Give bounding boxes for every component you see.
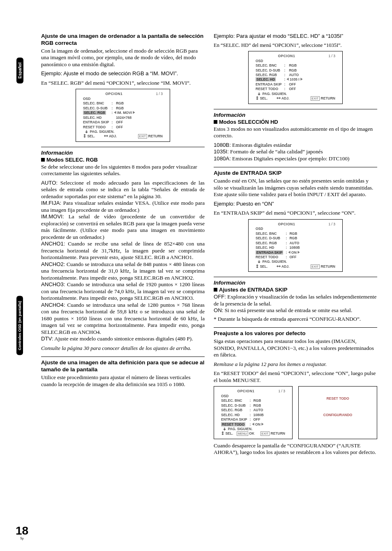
- paragraph: Remítase a la página 12 para los ítemes …: [214, 361, 377, 368]
- example-line: Ejemplo: Puesto en “ON”: [214, 201, 377, 208]
- osd-box: OPCION1 1 / 3 OSD SELEC. BNC:RGB SELEC. …: [214, 386, 293, 439]
- osd-pair: OPCION1 1 / 3 OSD SELEC. BNC:RGB SELEC. …: [214, 386, 377, 439]
- example-line: Ejemplo: Para ajustar el modo “SELEC. HD…: [214, 33, 377, 40]
- osd-box: OPCION1 1 / 3 OSD SELEC. BNC:RGB SELEC. …: [214, 51, 377, 104]
- divider: [214, 327, 377, 328]
- note: * Durante la búsqueda de entrada aparece…: [214, 316, 377, 323]
- paragraph: Utilice este procedimiento para ajustar …: [41, 374, 205, 388]
- example-line: Ejemplo: Ajuste el modo de selección RGB…: [41, 70, 205, 77]
- paragraph: En “ENTRADA SKIP” del menú “OPCION1”, se…: [214, 210, 377, 217]
- square-icon: [214, 288, 217, 292]
- content-columns: Ajuste de una imagen de ordenador a la p…: [41, 33, 380, 456]
- info-title: Información: [214, 280, 377, 286]
- square-icon: [41, 158, 45, 162]
- paragraph: En “SELEC. RGB” del menú “OPCION1”, sele…: [41, 80, 205, 87]
- divider: [214, 167, 377, 167]
- paragraph: Siga estas operaciones para restaurar to…: [214, 338, 377, 359]
- info-title: Información: [41, 150, 205, 156]
- page-number-big: 18: [16, 524, 28, 537]
- osd-box: OPCION1 1 / 3 OSD SELEC. BNC:RGB SELEC. …: [41, 89, 205, 142]
- heading: Ajuste de una imagen de alta definición …: [41, 359, 205, 373]
- divider: [41, 147, 205, 147]
- side-tab-section: Controles OSD (en pantalla): [16, 296, 23, 355]
- paragraph: Consulte la página 30 para conocer detal…: [41, 345, 205, 352]
- osd-rows: OSD SELEC. BNC:RGB SELEC. D-SUB:RGB SELE…: [82, 97, 136, 134]
- mode-list: AUTO: Seleccione el modo adecuado para l…: [41, 180, 205, 343]
- paragraph: En “SELEC. HD” del menú “OPCION1”, selec…: [214, 42, 377, 49]
- paragraph: En “RESET TODO” del menú “OPCION1”, sele…: [214, 370, 377, 384]
- side-tab-language: Español: [16, 58, 23, 83]
- paragraph: Este ajuste sólo tiene validez para el b…: [214, 191, 377, 198]
- osd-title: OPCION1: [88, 92, 140, 96]
- osd-box: OPCION1 1 / 3 OSD SELEC. BNC:RGB SELEC. …: [214, 219, 377, 272]
- mode-list: OFF: Exploración y visualización de toda…: [214, 294, 377, 314]
- info-title: Información: [214, 112, 377, 118]
- paragraph: Cuando esté en ON, las señales que no es…: [214, 178, 377, 191]
- page-number-lang: Sp: [20, 537, 23, 540]
- divider: [214, 109, 377, 109]
- divider: [41, 357, 205, 357]
- left-column: Ajuste de una imagen de ordenador a la p…: [41, 33, 205, 456]
- square-icon: [214, 120, 217, 124]
- paragraph: Se debe seleccionar uno de los siguiente…: [41, 164, 205, 177]
- info-subtitle: Modos SELECCIÓN HD: [214, 119, 377, 125]
- heading: Ajuste de una imagen de ordenador a la p…: [41, 33, 205, 47]
- paragraph: Estos 3 modos no son visualizados automá…: [214, 126, 377, 139]
- paragraph: Con la imagen de ordenador, seleccione e…: [41, 48, 205, 68]
- right-column: Ejemplo: Para ajustar el modo “SELEC. HD…: [214, 33, 377, 456]
- info-subtitle: Ajustes de ENTRADA SKIP: [214, 287, 377, 293]
- info-subtitle: Modos SELEC. RGB: [41, 157, 205, 163]
- divider: [214, 277, 377, 277]
- heading: Ajuste de ENTRADA SKIP: [214, 170, 377, 177]
- page-number: 18 Sp: [16, 524, 28, 540]
- heading: Preajuste a los valores por defecto: [214, 330, 377, 337]
- osd-box-result: RESET TODO CONFIGURANDO: [298, 386, 377, 439]
- mode-list: 1080B: Emisoras digitales estándar 1035I…: [214, 142, 377, 162]
- osd-ratio: 1 / 3: [140, 92, 164, 96]
- paragraph: Cuando desaparece la pantalla de “CONFIG…: [214, 442, 377, 456]
